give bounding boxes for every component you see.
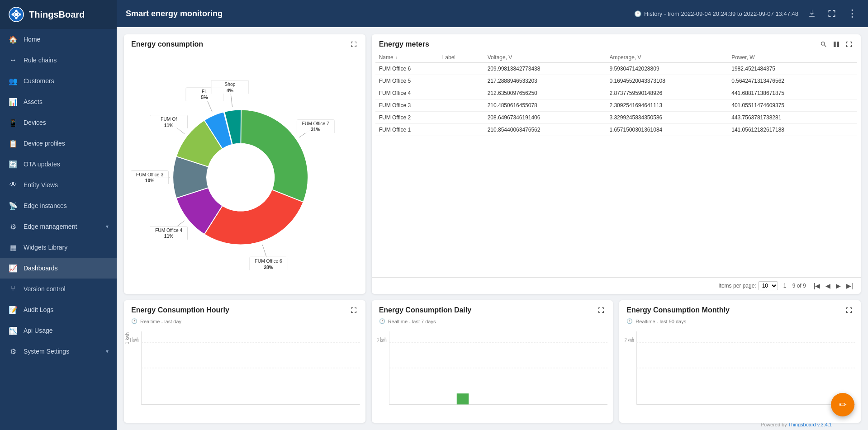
col-label: Label	[442, 54, 488, 61]
search-button[interactable]	[819, 40, 828, 49]
dashboard: Energy consumption FUM Office 731%FUM Of…	[117, 27, 868, 430]
table-row[interactable]: FUM Office 1 210.85440063476562 1.657150…	[375, 124, 857, 136]
cell-name: FUM Office 4	[379, 90, 442, 96]
hourly-chart: 1 kwh 1 kwh	[124, 328, 365, 423]
svg-point-3	[19, 14, 21, 16]
sidebar-item-label: Audit Logs	[24, 306, 109, 313]
svg-text:2 kwh: 2 kwh	[625, 336, 634, 344]
cell-amperage: 3.3299245834350586	[609, 114, 731, 121]
columns-button[interactable]	[832, 40, 841, 49]
chevron-down-icon: ▾	[106, 348, 109, 354]
first-page-button[interactable]: |◀	[811, 281, 823, 290]
sidebar-item-widgets-library[interactable]: ▦ Widgets Library	[0, 237, 117, 258]
widget-subtitle: 🕐 Realtime - last 90 days	[619, 318, 861, 328]
table-row[interactable]: FUM Office 6 209.99813842773438 9.593047…	[375, 63, 857, 75]
time-range-display[interactable]: 🕐 History - from 2022-09-04 20:24:39 to …	[634, 10, 798, 17]
clock-icon: 🕐	[131, 318, 138, 324]
logo-icon	[8, 6, 24, 23]
footer-link[interactable]: Thingsboard v.3.4.1	[788, 422, 832, 427]
expand-button[interactable]	[349, 40, 358, 49]
widget-actions	[844, 306, 854, 315]
sidebar-item-entity-views[interactable]: 👁 Entity Views	[0, 175, 117, 195]
sidebar-item-devices[interactable]: 📱 Devices	[0, 112, 117, 133]
table-row[interactable]: FUM Office 2 208.64967346191406 3.329924…	[375, 112, 857, 124]
col-name: Name ↓	[379, 54, 442, 61]
columns-icon	[833, 41, 840, 48]
sidebar-item-edge-management[interactable]: ⚙ Edge management ▾	[0, 216, 117, 237]
sidebar-item-home[interactable]: 🏠 Home	[0, 29, 117, 50]
dashboards-icon: 📈	[8, 263, 18, 273]
expand-button[interactable]	[597, 306, 606, 315]
clock-icon: 🕐	[634, 10, 641, 17]
expand-button[interactable]	[349, 306, 358, 315]
fullscreen-button[interactable]	[825, 7, 838, 20]
cell-voltage: 209.99813842773438	[488, 66, 610, 72]
rule-chains-icon: ↔	[8, 55, 18, 65]
sidebar-item-api-usage[interactable]: 📉 Api Usage	[0, 320, 117, 341]
sidebar-item-assets[interactable]: 📊 Assets	[0, 91, 117, 112]
energy-monthly-widget: Energy Consumption Monthly 🕐 Realtime - …	[619, 300, 861, 423]
items-per-page-select[interactable]: 10 25 50	[758, 281, 778, 290]
sidebar-item-rule-chains[interactable]: ↔ Rule chains	[0, 50, 117, 71]
prev-page-button[interactable]: ◀	[823, 281, 833, 290]
sidebar-item-customers[interactable]: 👥 Customers	[0, 71, 117, 91]
svg-line-12	[231, 94, 232, 107]
audit-logs-icon: 📝	[8, 305, 18, 315]
energy-daily-widget: Energy Consumption Daily 🕐 Realtime - la…	[372, 300, 613, 423]
time-range-label: History - from 2022-09-04 20:24:39 to 20…	[644, 10, 798, 17]
topbar-right: 🕐 History - from 2022-09-04 20:24:39 to …	[634, 6, 859, 21]
more-options-button[interactable]: ⋮	[845, 6, 859, 21]
page-title: Smart energy monitoring	[126, 9, 223, 19]
footer-text: Powered by	[761, 422, 787, 427]
sidebar-item-device-profiles[interactable]: 📋 Device profiles	[0, 133, 117, 154]
expand-button[interactable]	[844, 40, 854, 49]
pagination-info: 1 – 9 of 9	[783, 283, 806, 289]
cell-voltage: 208.64967346191406	[488, 114, 610, 121]
main-content: Smart energy monitoring 🕐 History - from…	[117, 0, 868, 430]
cell-voltage: 210.85440063476562	[488, 127, 610, 133]
svg-point-4	[15, 10, 18, 12]
cell-label	[442, 114, 488, 121]
sidebar-item-audit-logs[interactable]: 📝 Audit Logs	[0, 299, 117, 320]
system-settings-icon: ⚙	[8, 346, 18, 356]
sidebar-item-label: Dashboards	[24, 265, 109, 272]
monthly-chart-svg: 2 kwh	[625, 331, 855, 419]
table-row[interactable]: FUM Office 3 210.4850616455078 2.3092541…	[375, 99, 857, 112]
sidebar-item-ota-updates[interactable]: 🔄 OTA updates	[0, 154, 117, 175]
sidebar-item-label: OTA updates	[24, 161, 109, 168]
sidebar-item-system-settings[interactable]: ⚙ System Settings ▾	[0, 341, 117, 362]
energy-hourly-widget: Energy Consumption Hourly 🕐 Realtime - l…	[124, 300, 365, 423]
table-row[interactable]: FUM Office 4 212.6350097656250 2.8737759…	[375, 87, 857, 99]
cell-amperage: 2.8737759590148926	[609, 90, 731, 96]
sidebar-item-label: Edge instances	[24, 202, 109, 209]
assets-icon: 📊	[8, 97, 18, 107]
svg-text:2 kwh: 2 kwh	[377, 336, 387, 344]
svg-line-7	[262, 245, 266, 257]
search-icon	[820, 41, 827, 48]
y-axis-label: 1 kwh	[125, 332, 130, 344]
expand-button[interactable]	[844, 306, 854, 315]
edit-fab-button[interactable]: ✏	[831, 393, 854, 416]
sidebar-item-edge-instances[interactable]: 📡 Edge instances	[0, 195, 117, 216]
hourly-chart-svg: 1 kwh	[129, 331, 360, 419]
sidebar-item-dashboards[interactable]: 📈 Dashboards	[0, 258, 117, 279]
last-page-button[interactable]: ▶|	[844, 281, 855, 290]
energy-consumption-title: Energy consumption	[131, 40, 203, 48]
table-row[interactable]: FUM Office 5 217.2888946533203 0.1694552…	[375, 75, 857, 87]
sidebar-item-label: Edge management	[24, 223, 106, 230]
sidebar-item-version-control[interactable]: ⑂ Version control	[0, 279, 117, 299]
energy-meters-widget: Energy meters Name	[372, 34, 861, 294]
app-title: ThingsBoard	[29, 9, 85, 20]
download-button[interactable]	[806, 7, 818, 20]
sidebar-item-label: Api Usage	[24, 327, 109, 334]
table-footer: Items per page: 10 25 50 1 – 9 of 9 |◀ ◀…	[372, 277, 861, 294]
monthly-chart: 2 kwh	[619, 328, 861, 423]
sort-icon: ↓	[395, 55, 398, 60]
daily-chart: 2 kwh	[372, 328, 613, 423]
widgets-library-icon: ▦	[8, 242, 18, 252]
cell-voltage: 210.4850616455078	[488, 102, 610, 109]
donut-chart: FUM Office 731%FUM Office 628%FUM Office…	[132, 76, 358, 266]
next-page-button[interactable]: ▶	[834, 281, 843, 290]
cell-name: FUM Office 2	[379, 114, 442, 121]
widget-actions	[349, 306, 358, 315]
